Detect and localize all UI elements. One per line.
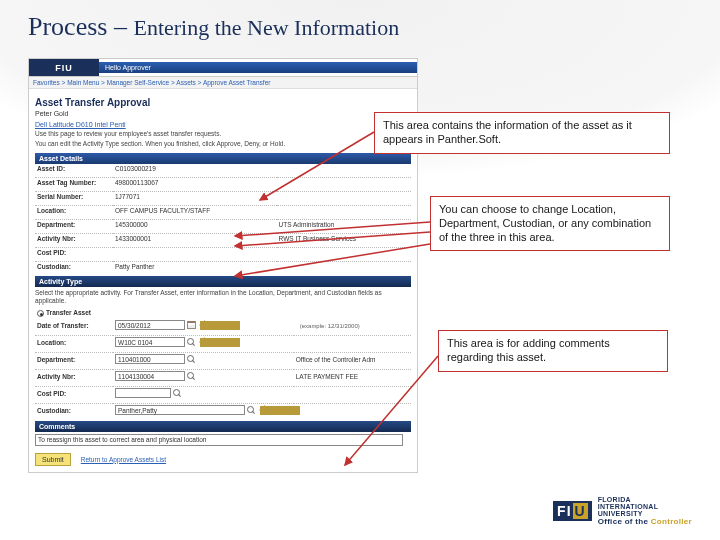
val-act2-desc: LATE PAYMENT FEE [294,369,411,383]
search-icon[interactable] [173,389,182,398]
section-comments: Comments [35,421,411,432]
highlight-arrow-icon [200,338,240,347]
lbl-loc2: Location: [35,335,113,349]
val-asset-id: C0103000219 [113,164,277,174]
crumb-main-menu[interactable]: Main Menu [67,79,99,86]
office-line: Office of the Controller [598,517,692,526]
lbl-act: Activity Nbr: [35,233,113,244]
asset-details-table: Asset ID:C0103000219 Asset Tag Number:49… [35,164,411,272]
lbl-serial: Serial Number: [35,191,113,202]
breadcrumb: Favorites > Main Menu > Manager Self-Ser… [29,77,417,89]
highlight-arrow-icon [200,321,240,330]
lbl-dept: Department: [35,219,113,230]
panthersoft-screenshot: FIU Hello Approver Favorites > Main Menu… [28,58,418,473]
lbl-cpid2: Cost PID: [35,386,113,400]
val-dept2-desc: Office of the Controller Adm [294,352,411,366]
asset-link[interactable]: Dell Latitude D610 Intel Penti [35,121,126,128]
callout-change-fields: You can choose to change Location, Depar… [430,196,670,251]
lbl-cust2: Custodian: [35,403,113,417]
lbl-asset-id: Asset ID: [35,164,113,174]
input-comments[interactable]: To reassign this asset to correct area a… [35,434,403,446]
lbl-tag: Asset Tag Number: [35,177,113,188]
intro-2: You can edit the Activity Type section. … [35,140,411,148]
val-loc: OFF CAMPUS FACULTY/STAFF [113,205,277,216]
submit-button[interactable]: Submit [35,453,71,466]
input-custodian[interactable]: Panther,Patty [115,405,245,415]
input-cost-pid[interactable] [115,388,171,398]
val-tag: 498000113067 [113,177,277,188]
return-link[interactable]: Return to Approve Assets List [81,456,166,463]
input-department[interactable]: 110401000 [115,354,185,364]
crumb-favorites[interactable]: Favorites [33,79,60,86]
activity-intro: Select the appropriate activity. For Tra… [35,289,411,306]
val-dept-desc: UTS Administration [277,219,411,230]
uni-line3: UNIVERSITY [598,510,692,517]
val-serial: 1J77071 [113,191,277,202]
crumb-approve-asset-transfer[interactable]: Approve Asset Transfer [203,79,271,86]
input-location[interactable]: W10C 0104 [115,337,185,347]
val-act-desc: RWS IT Business Services [277,233,411,244]
brand-bar: FIU Hello Approver [29,59,417,77]
employee-name: Peter Gold [35,110,411,117]
lbl-loc: Location: [35,205,113,216]
val-dept: 145300000 [113,219,277,230]
example-date: (example: 12/31/2000) [300,323,360,329]
crumb-manager-self-service[interactable]: Manager Self-Service [107,79,170,86]
lbl-dept2: Department: [35,352,113,366]
crumb-assets[interactable]: Assets [176,79,196,86]
slide-title: Process – Entering the New Information [28,12,399,42]
footer-fiu-logo: FIU FLORIDA INTERNATIONAL UNIVERSITY Off… [553,496,692,526]
page-title: Asset Transfer Approval [35,97,411,108]
page-content: Asset Transfer Approval Peter Gold Dell … [29,89,417,472]
uni-line2: INTERNATIONAL [598,503,692,510]
title-part-a: Process – [28,12,133,41]
uni-line1: FLORIDA [598,496,692,503]
activity-table: Transfer Asset Date of Transfer: 05/30/2… [35,308,411,417]
lbl-act2: Activity Nbr: [35,369,113,383]
lbl-date: Date of Transfer: [35,319,113,332]
callout-asset-info: This area contains the information of th… [374,112,670,154]
hello-bar: Hello Approver [99,62,417,73]
intro-1: Use this page to review your employee's … [35,130,411,138]
section-asset-details: Asset Details [35,153,411,164]
fiu-mark: FIU [553,501,592,521]
input-activity[interactable]: 1104130004 [115,371,185,381]
lbl-cpid: Cost PID: [35,247,113,258]
search-icon[interactable] [187,355,196,364]
input-date[interactable]: 05/30/2012 [115,320,185,330]
callout-comments: This area is for adding comments regardi… [438,330,668,372]
search-icon[interactable] [187,372,196,381]
radio-label: Transfer Asset [46,309,91,316]
title-part-b: Entering the New Information [133,15,399,40]
radio-transfer-asset[interactable] [37,310,44,317]
section-activity-type: Activity Type [35,276,411,287]
fiu-text: FIU [55,63,73,73]
lbl-cust: Custodian: [35,261,113,272]
highlight-arrow-icon [260,406,300,415]
val-act: 1433000001 [113,233,277,244]
val-cpid [113,247,277,258]
fiu-logo: FIU [29,59,99,76]
val-cust: Patty Panther [113,261,277,272]
